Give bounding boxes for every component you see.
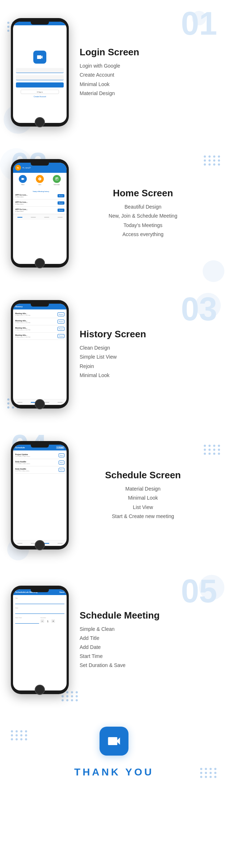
- meeting-info-3: APP Go Live... #5 Attendees: [15, 208, 28, 212]
- section-number-3: 03: [181, 293, 217, 325]
- nav-home[interactable]: [17, 402, 22, 403]
- section-desc-1: Login with Google Create Account Minimal…: [80, 61, 206, 98]
- section-5-text: 05 Schedule Meeting Simple & Clean Add T…: [69, 603, 217, 677]
- schedule-info-3: Daily Huddle 2:00 PM | 4 Attendees: [15, 468, 29, 472]
- history-item-4: Meeting title... #5 Attendees | 1:00 PM …: [14, 333, 65, 340]
- login-body: G Sign in Create Account: [13, 25, 67, 123]
- home-screen: HL Hi, ranu27 New: [13, 163, 67, 264]
- meeting-item-2: APP Go Live... #5 Attendees Rejoin: [13, 200, 67, 207]
- phone-1: G Sign in Create Account: [11, 18, 69, 127]
- dot-decoration: [204, 445, 221, 455]
- nav-schedule[interactable]: [44, 217, 49, 218]
- schedule-label: Schedule: [53, 184, 61, 185]
- section-title-3: History Screen: [80, 329, 206, 340]
- email-field[interactable]: [16, 68, 64, 73]
- meeting-item-3: APP Go Live... #5 Attendees Rejoin: [13, 207, 67, 214]
- login-button[interactable]: [16, 82, 64, 87]
- time-input[interactable]: [15, 619, 39, 624]
- schedule-info-1: Project Update 10:00 AM | 5 Attendees: [15, 453, 30, 457]
- history-info-2: Meeting title... #5 Attendees | 1:00 PM: [15, 320, 30, 324]
- video-camera-icon: [106, 733, 122, 749]
- increment-button[interactable]: +: [51, 619, 55, 623]
- thank-you-logo: [100, 727, 128, 756]
- history-info-3: Meeting title... #5 Attendees | 1:00 PM: [15, 327, 30, 331]
- home-button[interactable]: [35, 540, 45, 550]
- section-4-text: 04 Schedule Screen Material Design Minim…: [69, 462, 217, 528]
- history-title: History: [15, 305, 23, 308]
- meeting-item-1: APP Go Live... #5 Attendees Rejoin: [13, 192, 67, 200]
- start-button-2[interactable]: Start: [59, 461, 64, 465]
- home-button[interactable]: [35, 685, 45, 695]
- section-3: History Meeting title... #5 Attendees | …: [0, 286, 228, 423]
- date-label: Date: [15, 607, 64, 609]
- history-item-2: Meeting title... #5 Attendees | 1:00 PM …: [14, 318, 65, 325]
- history-info-4: Meeting title... #5 Attendees | 1:00 PM: [15, 334, 30, 338]
- rejoin-button-1[interactable]: Rejoin: [58, 194, 64, 197]
- avatar: HL: [15, 165, 21, 171]
- join-icon: [38, 177, 42, 181]
- nav-home[interactable]: [17, 217, 22, 218]
- add-button[interactable]: + Add: [56, 446, 64, 449]
- history-rejoin-2[interactable]: Rejoin: [58, 320, 64, 324]
- title-label: Title: [15, 597, 64, 599]
- history-info-1: Meeting title... #5 Attendees | 1:00 PM: [15, 312, 30, 316]
- meeting-info-2: APP Go Live... #5 Attendees: [15, 201, 28, 205]
- phone-notch: [31, 304, 49, 307]
- save-button[interactable]: Save: [59, 591, 64, 593]
- nav-profile[interactable]: [58, 402, 63, 403]
- video-icon: [36, 54, 43, 61]
- section-title-1: Login Screen: [80, 47, 206, 58]
- schedule-item-2: Daily Huddle 11:00 AM | 3 Attendees Star…: [14, 459, 65, 466]
- password-field[interactable]: [16, 75, 64, 80]
- section-1: G Sign in Create Account 01 Login Screen…: [0, 0, 228, 141]
- home-button[interactable]: [35, 117, 45, 127]
- join-meeting-button[interactable]: [36, 175, 44, 183]
- schedmeet-screen: ScheduleLab Meeting Save Title Date Star…: [13, 589, 67, 690]
- section-desc-2: Beautiful Design New, Join & Schedule Me…: [80, 202, 206, 239]
- join-label: Join: [36, 184, 44, 185]
- phone-notch: [31, 22, 49, 25]
- new-meeting-button[interactable]: [19, 175, 27, 183]
- nav-home[interactable]: [17, 543, 22, 544]
- schedule-title: Schedule: [15, 446, 25, 449]
- duration-stepper: − 1 +: [41, 619, 55, 623]
- section-desc-3: Clean Design Simple List View Rejoin Min…: [80, 343, 206, 380]
- section-title-4: Schedule Screen: [80, 470, 206, 481]
- section-number-5: 05: [181, 575, 217, 607]
- video-icon: [21, 177, 25, 181]
- schedule-item-3: Daily Huddle 2:00 PM | 4 Attendees Start: [14, 466, 65, 474]
- bottom-nav: [13, 214, 67, 220]
- home-button[interactable]: [35, 399, 45, 409]
- duration-label: Duration: [41, 617, 64, 619]
- phone-notch: [31, 589, 49, 592]
- meeting-info-1: APP Go Live... #5 Attendees: [15, 194, 28, 198]
- section-5: ScheduleLab Meeting Save Title Date Star…: [0, 568, 228, 712]
- create-account-link[interactable]: Create Account: [34, 95, 46, 98]
- nav-schedule[interactable]: [44, 543, 49, 544]
- section-4: 04 Schedule Screen Material Design Minim…: [0, 423, 228, 568]
- duration-col: Duration − 1 +: [41, 617, 64, 627]
- schedule-button[interactable]: [53, 175, 61, 183]
- start-button-1[interactable]: Start: [59, 453, 64, 457]
- date-input[interactable]: [15, 610, 64, 614]
- start-button-3[interactable]: Start: [59, 468, 64, 472]
- history-rejoin-1[interactable]: Rejoin: [58, 312, 64, 316]
- title-input[interactable]: [15, 600, 64, 604]
- schedule-item-1: Project Update 10:00 AM | 5 Attendees St…: [14, 452, 65, 459]
- nav-history[interactable]: [31, 217, 36, 218]
- decrement-button[interactable]: −: [41, 619, 44, 623]
- history-rejoin-3[interactable]: Rejoin: [58, 327, 64, 331]
- phone-2: HL Hi, ranu27 New: [11, 159, 69, 268]
- section-number-1: 01: [181, 7, 217, 40]
- nav-profile[interactable]: [58, 543, 63, 544]
- section-1-text: 01 Login Screen Login with Google Create…: [69, 39, 217, 105]
- deco-circle: [203, 260, 224, 282]
- rejoin-button-2[interactable]: Rejoin: [58, 201, 64, 205]
- history-body: Meeting title... #5 Attendees | 1:00 PM …: [13, 309, 67, 399]
- nav-schedule[interactable]: [44, 402, 49, 403]
- google-signin-button[interactable]: G Sign in: [21, 90, 59, 94]
- home-button[interactable]: [35, 258, 45, 268]
- rejoin-button-3[interactable]: Rejoin: [58, 209, 64, 212]
- history-rejoin-4[interactable]: Rejoin: [58, 334, 64, 338]
- nav-profile[interactable]: [58, 217, 63, 218]
